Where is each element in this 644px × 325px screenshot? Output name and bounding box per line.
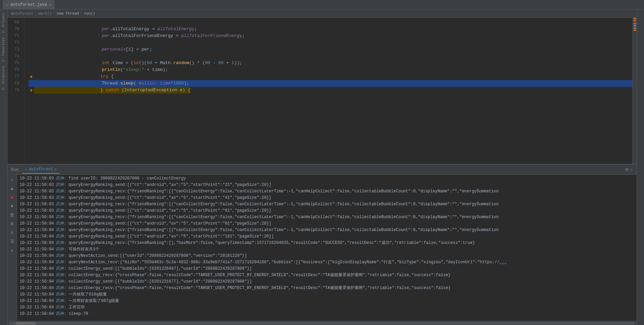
log-timestamp-1: 10-22 11:50:03: [20, 182, 54, 188]
log-timestamp-2: 10-22 11:50:03: [20, 188, 54, 195]
run-toolbar: ↺ ▲ ■ ▼ 🗑 ⊞ ⎘ ☰ ★: [7, 175, 17, 321]
breadcrumb-new-thread: new Thread: [57, 12, 79, 16]
log-msg-0: find userIO: 2000022429207000 - canColle…: [69, 175, 186, 182]
run-log-content[interactable]: 10-22 11:50:03武神:find userIO: 2000022429…: [17, 175, 637, 321]
log-timestamp-15: 10-22 11:50:04: [20, 272, 54, 279]
run-settings-button[interactable]: ☰: [8, 238, 16, 245]
tab-close-button[interactable]: ✕: [49, 3, 51, 7]
log-msg-9: queryEnergyRanking_send:[{"ct":"android"…: [69, 233, 274, 240]
log-tag-20: 武神:: [56, 304, 67, 311]
log-link-13[interactable]: ...: [499, 260, 507, 265]
line-num-72: 72: [7, 39, 21, 46]
run-copy-button[interactable]: ⎘: [8, 229, 16, 236]
run-tab-autoforest[interactable]: ☕ autoforest ✕: [22, 165, 59, 174]
code-line-79: ◉ } catch (InterruptedException e) {: [29, 87, 632, 94]
log-line-21: 10-22 11:50:04武神:sleep:70: [20, 311, 634, 317]
log-timestamp-0: 10-22 11:50:03: [20, 175, 54, 182]
log-msg-15: collectEnergy_recv:{"crossPhase":false,"…: [69, 272, 451, 279]
log-msg-6: queryEnergyRanking_recv:{"friendRanking"…: [69, 214, 498, 221]
line-num-75: 75: [7, 60, 21, 66]
code-line-69: [29, 19, 632, 26]
run-tab-close[interactable]: ✕: [55, 167, 57, 171]
gutter-warning-77: ◉: [29, 73, 34, 80]
log-timestamp-4: 10-22 11:50:03: [20, 201, 54, 208]
log-tag-9: 武神:: [56, 233, 67, 240]
log-msg-19: 一共帮好友收取了607g能量: [69, 298, 119, 304]
minimize-icon[interactable]: —: [630, 167, 633, 172]
log-tag-7: 武神:: [56, 221, 67, 227]
sidebar-tab-project[interactable]: 1: Project: [1, 11, 6, 35]
line-num-70: 70: [7, 26, 21, 33]
run-tab-icon: ☕: [25, 167, 27, 172]
editor-scrollbar[interactable]: [632, 18, 637, 164]
log-tag-3: 武神:: [56, 195, 67, 201]
log-timestamp-14: 10-22 11:50:04: [20, 266, 54, 272]
log-msg-3: queryEnergyRanking_send:[{"ct":"android"…: [69, 195, 271, 201]
log-timestamp-8: 10-22 11:50:04: [20, 227, 54, 233]
line-num-76: 76: [7, 66, 21, 73]
log-timestamp-9: 10-22 11:50:04: [20, 233, 54, 240]
run-label: Run:: [11, 167, 19, 172]
settings-icon[interactable]: ⚙: [625, 167, 628, 172]
log-tag-18: 武神:: [56, 291, 67, 298]
log-line-20: 10-22 11:50:04武神:工作完毕: [20, 304, 634, 311]
run-scroll-up-button[interactable]: ▲: [8, 185, 16, 192]
run-stop-button[interactable]: ■: [8, 194, 16, 201]
gutter-warning-79: ◉: [29, 87, 34, 94]
log-line-16: 10-22 11:50:04武神:collectEnergy_send:[{"b…: [20, 279, 634, 285]
run-panel-header: Run: ☕ autoforest ✕ ⚙ —: [7, 165, 637, 175]
editor-area: autoforest › work() › new Thread › run()…: [7, 9, 637, 325]
breadcrumb-work: work(): [38, 12, 52, 16]
log-line-13: 10-22 11:50:04武神:queryNextAction_recv:{"…: [20, 259, 634, 266]
log-tag-8: 武神:: [56, 227, 67, 233]
line-num-78: 78: [7, 80, 21, 87]
file-tab[interactable]: ☕ autoforest.java ✕: [3, 0, 55, 9]
run-header-controls: ⚙ —: [625, 167, 633, 172]
log-line-12: 10-22 11:50:04武神:queryNextAction_send:[{…: [20, 253, 634, 259]
line-number-gutter: 69 70 71 72 73 74 75 76 77 78 79: [7, 18, 24, 164]
scroll-marker-7: [633, 28, 636, 29]
run-favorite-button[interactable]: ★: [8, 247, 16, 254]
code-line-76: println("sleep:" + time);: [29, 66, 632, 73]
code-content[interactable]: per.allTotalEnergy = allTotalEnergy; per…: [24, 18, 632, 164]
tab-label: autoforest.java: [11, 2, 47, 7]
log-tag-17: 武神:: [56, 285, 67, 291]
log-timestamp-20: 10-22 11:50:04: [20, 304, 54, 311]
scroll-marker-1: [633, 18, 636, 19]
log-tag-11: 武神:: [56, 246, 67, 253]
run-body: ↺ ▲ ■ ▼ 🗑 ⊞ ⎘ ☰ ★ 10-22 11:50:03武神:find …: [7, 175, 637, 321]
log-msg-13: queryNextAction_recv:{"bizNo":"555d463c-…: [69, 259, 507, 266]
scroll-marker-3: [633, 21, 636, 22]
top-bar: ☕ autoforest.java ✕: [0, 0, 644, 9]
log-timestamp-5: 10-22 11:50:03: [20, 208, 54, 214]
log-tag-12: 武神:: [56, 253, 67, 259]
log-line-1: 10-22 11:50:03武神:queryEnergyRanking_send…: [20, 182, 634, 188]
run-scroll-down-button[interactable]: ▼: [8, 203, 16, 210]
log-tag-4: 武神:: [56, 201, 67, 208]
sidebar-tab-favorites[interactable]: 2: Favorites: [1, 35, 6, 64]
log-tag-14: 武神:: [56, 266, 67, 272]
log-tag-1: 武神:: [56, 182, 67, 188]
horizontal-scrollbar-thumb[interactable]: [16, 322, 36, 325]
log-msg-1: queryEnergyRanking_send:[{"ct":"android"…: [69, 182, 271, 188]
log-line-2: 10-22 11:50:03武神:queryEnergyRanking_recv…: [20, 188, 634, 195]
code-editor[interactable]: 69 70 71 72 73 74 75 76 77 78 79 p: [7, 18, 637, 164]
log-tag-0: 武神:: [56, 175, 67, 182]
horizontal-scrollbar-track[interactable]: [9, 322, 635, 325]
sidebar-tab-structure[interactable]: 3: Structure: [1, 64, 6, 92]
log-line-9: 10-22 11:50:04武神:queryEnergyRanking_send…: [20, 233, 634, 240]
log-line-15: 10-22 11:50:04武神:collectEnergy_recv:{"cr…: [20, 272, 634, 279]
log-tag-10: 武神:: [56, 240, 67, 246]
run-restart-button[interactable]: ↺: [8, 176, 16, 184]
log-tag-15: 武神:: [56, 272, 67, 279]
line-num-73: 73: [7, 46, 21, 53]
run-filter-button[interactable]: ⊞: [8, 220, 16, 228]
log-msg-14: collectEnergy_send:[{"bubbleIds":[620122…: [69, 266, 252, 272]
log-msg-7: queryEnergyRanking_send:[{"ct":"android"…: [69, 221, 271, 227]
scroll-marker-4: [633, 23, 636, 24]
bottom-scrollbar[interactable]: [7, 321, 637, 325]
log-msg-5: queryEnergyRanking_send:[{"ct":"android"…: [69, 208, 271, 214]
run-tab-label: autoforest: [29, 167, 53, 172]
run-clear-button[interactable]: 🗑: [8, 211, 16, 219]
code-line-70: per.allTotalEnergy = allTotalEnergy;: [29, 26, 632, 33]
